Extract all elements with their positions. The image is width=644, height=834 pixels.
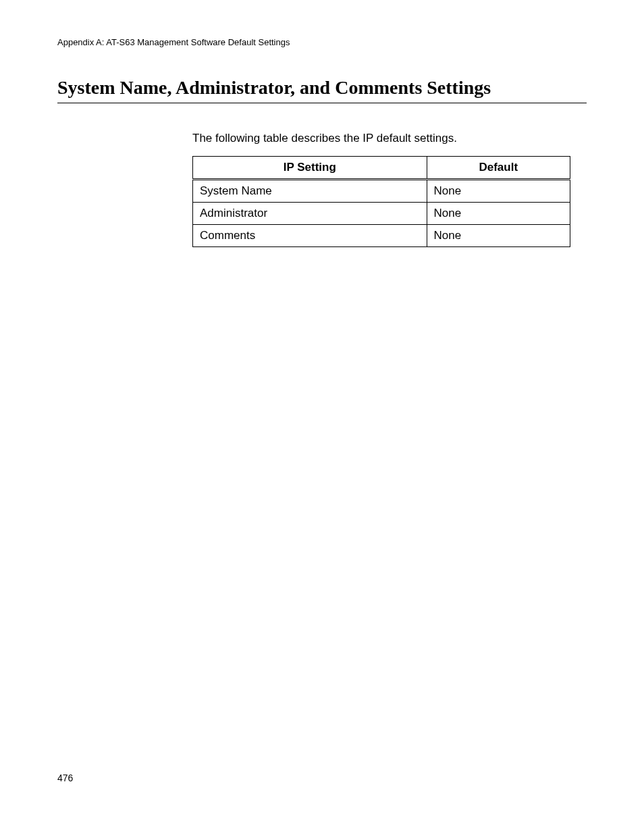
cell-default: None bbox=[427, 225, 570, 247]
cell-setting: Comments bbox=[193, 225, 427, 247]
table-row: Administrator None bbox=[193, 203, 570, 225]
running-head: Appendix A: AT-S63 Management Software D… bbox=[57, 37, 587, 47]
table-header-default: Default bbox=[427, 157, 570, 180]
section-title: System Name, Administrator, and Comments… bbox=[57, 77, 587, 103]
table-header-setting: IP Setting bbox=[193, 157, 427, 180]
cell-setting: Administrator bbox=[193, 203, 427, 225]
cell-default: None bbox=[427, 203, 570, 225]
table-row: System Name None bbox=[193, 180, 570, 203]
cell-default: None bbox=[427, 180, 570, 203]
page-container: Appendix A: AT-S63 Management Software D… bbox=[0, 0, 644, 834]
settings-table: IP Setting Default System Name None Admi… bbox=[192, 156, 570, 247]
table-row: Comments None bbox=[193, 225, 570, 247]
section-intro: The following table describes the IP def… bbox=[192, 132, 587, 145]
cell-setting: System Name bbox=[193, 180, 427, 203]
page-number: 476 bbox=[57, 773, 73, 783]
table-header-row: IP Setting Default bbox=[193, 157, 570, 180]
